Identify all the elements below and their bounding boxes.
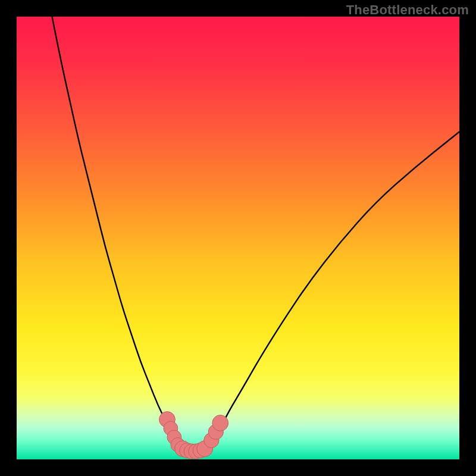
chart-svg bbox=[17, 17, 459, 459]
plot-area bbox=[17, 17, 459, 459]
attribution-label: TheBottleneck.com bbox=[346, 2, 469, 18]
marker-point bbox=[212, 415, 228, 431]
gradient-background bbox=[17, 17, 459, 459]
outer-frame: TheBottleneck.com bbox=[0, 0, 476, 476]
